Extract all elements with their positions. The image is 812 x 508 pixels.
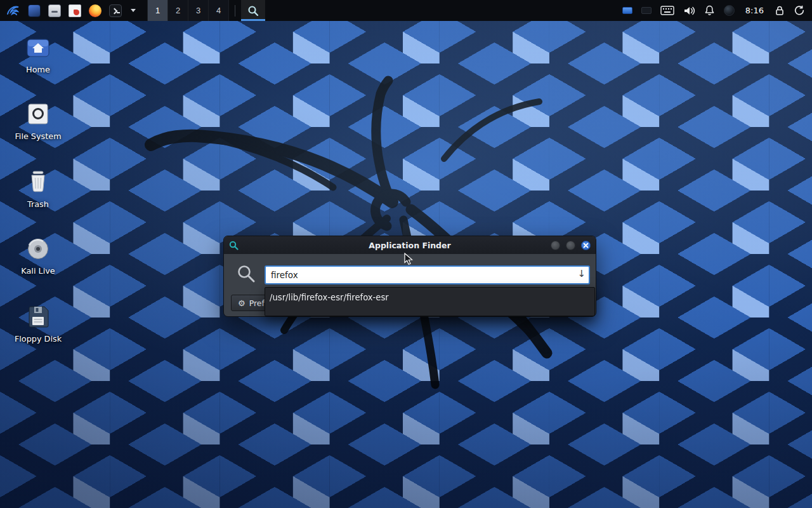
window-icon xyxy=(28,4,41,17)
firefox-icon xyxy=(89,4,102,17)
desktop-icon-label: Floppy Disk xyxy=(15,334,62,344)
search-icon xyxy=(237,264,256,283)
desktop-icon-label: Kali Live xyxy=(21,266,55,276)
workspace-switcher: 1 2 3 4 xyxy=(147,0,229,21)
desktop-icon-home[interactable]: Home xyxy=(8,36,69,74)
keyboard-icon xyxy=(660,6,674,15)
minimize-button[interactable] xyxy=(551,241,560,250)
dark-indicator-icon xyxy=(641,7,652,14)
completion-dropdown: /usr/lib/firefox-esr/firefox-esr xyxy=(265,287,595,316)
application-finder-icon-small xyxy=(229,241,239,250)
notifications-button[interactable] xyxy=(703,0,716,21)
desktop-icon-kali-live[interactable]: Kali Live xyxy=(8,237,69,276)
terminal-icon xyxy=(109,4,122,17)
search-input-wrap: ↓ xyxy=(265,265,590,284)
desktop-icon-file-system[interactable]: File System xyxy=(8,102,69,141)
terminal-dropdown-button[interactable] xyxy=(126,0,141,21)
workspace-4[interactable]: 4 xyxy=(209,0,229,21)
text-editor-icon xyxy=(69,4,81,17)
top-panel: 1 2 3 4 xyxy=(0,0,812,21)
clock[interactable]: 8:16 xyxy=(742,6,767,15)
desktop: 1 2 3 4 xyxy=(0,0,812,508)
close-button[interactable] xyxy=(581,241,591,250)
volume-button[interactable] xyxy=(682,0,697,21)
workspace-3[interactable]: 3 xyxy=(188,0,209,21)
close-icon xyxy=(583,243,589,248)
search-input[interactable] xyxy=(265,265,590,284)
tray-indicator-dark[interactable] xyxy=(640,0,653,21)
application-finder-icon xyxy=(247,5,259,17)
taskbar-application-finder[interactable] xyxy=(241,0,265,21)
floppy-disk-icon xyxy=(25,305,51,329)
workspace-1[interactable]: 1 xyxy=(148,0,168,21)
lock-icon xyxy=(775,5,785,16)
suggestion-item[interactable]: /usr/lib/firefox-esr/firefox-esr xyxy=(265,288,594,307)
titlebar[interactable]: Application Finder xyxy=(224,236,596,254)
panel-separator xyxy=(235,5,235,17)
status-sphere-icon xyxy=(724,5,735,16)
panel-launchers: 1 2 3 4 xyxy=(0,0,265,21)
status-sphere-button[interactable] xyxy=(723,0,736,21)
panel-tray: 8:16 xyxy=(621,0,812,21)
desktop-icon-label: Home xyxy=(26,65,50,74)
kali-logo-icon xyxy=(6,4,20,18)
chevron-down-icon xyxy=(131,9,136,12)
file-manager-icon xyxy=(48,4,61,17)
launcher-terminal[interactable] xyxy=(105,0,126,21)
disc-icon xyxy=(25,237,51,261)
desktop-icon-label: Trash xyxy=(27,199,49,209)
keyboard-layout-button[interactable] xyxy=(659,0,676,21)
workspace-2[interactable]: 2 xyxy=(168,0,188,21)
logout-icon xyxy=(794,5,804,16)
file-system-icon xyxy=(25,102,51,126)
dropdown-arrow-icon[interactable]: ↓ xyxy=(577,268,586,279)
tray-indicator-blue[interactable] xyxy=(621,0,634,21)
desktop-icon-label: File System xyxy=(15,131,61,141)
volume-icon xyxy=(683,6,695,16)
trash-icon xyxy=(25,169,51,194)
blue-indicator-icon xyxy=(622,7,632,14)
home-icon xyxy=(25,36,51,60)
launcher-file-manager[interactable] xyxy=(44,0,65,21)
window-title: Application Finder xyxy=(224,241,596,250)
bell-icon xyxy=(704,5,715,16)
gear-icon: ⚙ xyxy=(238,298,246,308)
desktop-icon-trash[interactable]: Trash xyxy=(8,169,69,209)
logout-button[interactable] xyxy=(792,0,806,21)
launcher-text-editor[interactable] xyxy=(65,0,85,21)
kali-menu-button[interactable] xyxy=(3,0,24,21)
lock-screen-button[interactable] xyxy=(773,0,786,21)
launcher-firefox[interactable] xyxy=(85,0,105,21)
launcher-window-manager[interactable] xyxy=(24,0,44,21)
desktop-icon-floppy-disk[interactable]: Floppy Disk xyxy=(8,305,69,344)
window-controls xyxy=(551,241,591,250)
maximize-button[interactable] xyxy=(566,241,575,250)
